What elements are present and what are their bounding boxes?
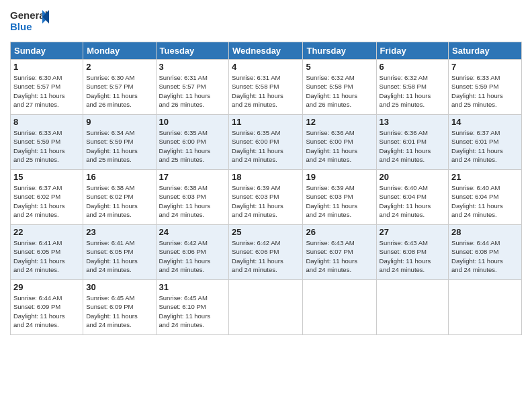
svg-text:General: General	[10, 9, 48, 21]
day-number: 21	[451, 172, 519, 182]
day-number: 17	[159, 172, 226, 182]
table-cell: 27Sunrise: 6:43 AMSunset: 6:08 PMDayligh…	[376, 225, 448, 280]
table-cell	[229, 280, 303, 335]
table-cell: 31Sunrise: 6:45 AMSunset: 6:10 PMDayligh…	[156, 280, 229, 335]
day-info: Sunrise: 6:37 AMSunset: 6:01 PMDaylight:…	[451, 128, 519, 164]
day-number: 19	[306, 172, 373, 182]
day-info: Sunrise: 6:43 AMSunset: 6:08 PMDaylight:…	[380, 238, 445, 274]
page-container: GeneralBlue Sunday Monday Tuesday Wednes…	[0, 0, 532, 338]
day-number: 31	[159, 282, 226, 292]
table-cell: 23Sunrise: 6:41 AMSunset: 6:05 PMDayligh…	[83, 225, 156, 280]
table-cell: 28Sunrise: 6:44 AMSunset: 6:08 PMDayligh…	[449, 225, 522, 280]
day-number: 24	[159, 227, 226, 237]
day-info: Sunrise: 6:38 AMSunset: 6:02 PMDaylight:…	[86, 183, 152, 219]
day-number: 25	[232, 227, 300, 237]
day-number: 29	[13, 282, 80, 292]
header-thursday: Thursday	[303, 42, 376, 60]
page-header: GeneralBlue	[10, 7, 522, 36]
day-number: 22	[13, 227, 80, 237]
day-number: 4	[232, 62, 300, 72]
table-cell: 11Sunrise: 6:35 AMSunset: 6:00 PMDayligh…	[229, 115, 303, 170]
table-cell: 30Sunrise: 6:45 AMSunset: 6:09 PMDayligh…	[83, 280, 156, 335]
table-cell: 1Sunrise: 6:30 AMSunset: 5:57 PMDaylight…	[11, 60, 83, 115]
day-info: Sunrise: 6:39 AMSunset: 6:03 PMDaylight:…	[306, 183, 373, 219]
table-cell: 2Sunrise: 6:30 AMSunset: 5:57 PMDaylight…	[83, 60, 156, 115]
day-info: Sunrise: 6:45 AMSunset: 6:09 PMDaylight:…	[86, 293, 152, 329]
table-cell: 24Sunrise: 6:42 AMSunset: 6:06 PMDayligh…	[156, 225, 229, 280]
table-cell	[449, 280, 522, 335]
day-info: Sunrise: 6:34 AMSunset: 5:59 PMDaylight:…	[86, 128, 152, 164]
table-cell: 7Sunrise: 6:33 AMSunset: 5:59 PMDaylight…	[449, 60, 522, 115]
day-info: Sunrise: 6:41 AMSunset: 6:05 PMDaylight:…	[86, 238, 152, 274]
day-info: Sunrise: 6:33 AMSunset: 5:59 PMDaylight:…	[451, 73, 519, 109]
header-monday: Monday	[83, 42, 156, 60]
table-cell: 14Sunrise: 6:37 AMSunset: 6:01 PMDayligh…	[449, 115, 522, 170]
day-number: 20	[380, 172, 445, 182]
day-info: Sunrise: 6:36 AMSunset: 6:00 PMDaylight:…	[306, 128, 373, 164]
table-cell: 16Sunrise: 6:38 AMSunset: 6:02 PMDayligh…	[83, 170, 156, 225]
header-saturday: Saturday	[449, 42, 522, 60]
day-info: Sunrise: 6:39 AMSunset: 6:03 PMDaylight:…	[232, 183, 300, 219]
header-wednesday: Wednesday	[229, 42, 303, 60]
table-cell: 12Sunrise: 6:36 AMSunset: 6:00 PMDayligh…	[303, 115, 376, 170]
calendar-table: Sunday Monday Tuesday Wednesday Thursday…	[10, 42, 522, 335]
table-cell: 9Sunrise: 6:34 AMSunset: 5:59 PMDaylight…	[83, 115, 156, 170]
table-cell: 18Sunrise: 6:39 AMSunset: 6:03 PMDayligh…	[229, 170, 303, 225]
day-number: 6	[380, 62, 445, 72]
day-info: Sunrise: 6:33 AMSunset: 5:59 PMDaylight:…	[13, 128, 80, 164]
day-number: 11	[232, 117, 300, 127]
day-number: 15	[13, 172, 80, 182]
table-cell: 8Sunrise: 6:33 AMSunset: 5:59 PMDaylight…	[11, 115, 83, 170]
table-cell	[303, 280, 376, 335]
logo: GeneralBlue	[10, 7, 50, 36]
table-cell: 10Sunrise: 6:35 AMSunset: 6:00 PMDayligh…	[156, 115, 229, 170]
day-number: 8	[13, 117, 80, 127]
day-number: 14	[451, 117, 519, 127]
table-cell	[376, 280, 448, 335]
calendar-row-2: 15Sunrise: 6:37 AMSunset: 6:02 PMDayligh…	[11, 170, 522, 225]
day-number: 26	[306, 227, 373, 237]
day-number: 23	[86, 227, 152, 237]
day-number: 13	[380, 117, 445, 127]
day-info: Sunrise: 6:37 AMSunset: 6:02 PMDaylight:…	[13, 183, 80, 219]
day-info: Sunrise: 6:41 AMSunset: 6:05 PMDaylight:…	[13, 238, 80, 274]
day-number: 16	[86, 172, 152, 182]
table-cell: 29Sunrise: 6:44 AMSunset: 6:09 PMDayligh…	[11, 280, 83, 335]
calendar-row-1: 8Sunrise: 6:33 AMSunset: 5:59 PMDaylight…	[11, 115, 522, 170]
table-cell: 13Sunrise: 6:36 AMSunset: 6:01 PMDayligh…	[376, 115, 448, 170]
header-tuesday: Tuesday	[156, 42, 229, 60]
table-cell: 20Sunrise: 6:40 AMSunset: 6:04 PMDayligh…	[376, 170, 448, 225]
day-info: Sunrise: 6:30 AMSunset: 5:57 PMDaylight:…	[86, 73, 152, 109]
table-cell: 4Sunrise: 6:31 AMSunset: 5:58 PMDaylight…	[229, 60, 303, 115]
calendar-header-row: Sunday Monday Tuesday Wednesday Thursday…	[11, 42, 522, 60]
day-info: Sunrise: 6:44 AMSunset: 6:08 PMDaylight:…	[451, 238, 519, 274]
calendar-row-0: 1Sunrise: 6:30 AMSunset: 5:57 PMDaylight…	[11, 60, 522, 115]
day-info: Sunrise: 6:31 AMSunset: 5:58 PMDaylight:…	[232, 73, 300, 109]
table-cell: 21Sunrise: 6:40 AMSunset: 6:04 PMDayligh…	[449, 170, 522, 225]
calendar-row-3: 22Sunrise: 6:41 AMSunset: 6:05 PMDayligh…	[11, 225, 522, 280]
svg-text:Blue: Blue	[10, 21, 32, 32]
day-info: Sunrise: 6:42 AMSunset: 6:06 PMDaylight:…	[232, 238, 300, 274]
day-number: 3	[159, 62, 226, 72]
table-cell: 3Sunrise: 6:31 AMSunset: 5:57 PMDaylight…	[156, 60, 229, 115]
day-number: 5	[306, 62, 373, 72]
day-info: Sunrise: 6:42 AMSunset: 6:06 PMDaylight:…	[159, 238, 226, 274]
table-cell: 22Sunrise: 6:41 AMSunset: 6:05 PMDayligh…	[11, 225, 83, 280]
day-number: 7	[451, 62, 519, 72]
day-number: 27	[380, 227, 445, 237]
logo-svg: GeneralBlue	[10, 7, 50, 36]
day-info: Sunrise: 6:35 AMSunset: 6:00 PMDaylight:…	[232, 128, 300, 164]
day-info: Sunrise: 6:32 AMSunset: 5:58 PMDaylight:…	[380, 73, 445, 109]
day-info: Sunrise: 6:45 AMSunset: 6:10 PMDaylight:…	[159, 293, 226, 329]
table-cell: 5Sunrise: 6:32 AMSunset: 5:58 PMDaylight…	[303, 60, 376, 115]
day-info: Sunrise: 6:31 AMSunset: 5:57 PMDaylight:…	[159, 73, 226, 109]
table-cell: 6Sunrise: 6:32 AMSunset: 5:58 PMDaylight…	[376, 60, 448, 115]
day-number: 28	[451, 227, 519, 237]
day-number: 18	[232, 172, 300, 182]
table-cell: 19Sunrise: 6:39 AMSunset: 6:03 PMDayligh…	[303, 170, 376, 225]
day-info: Sunrise: 6:36 AMSunset: 6:01 PMDaylight:…	[380, 128, 445, 164]
day-info: Sunrise: 6:38 AMSunset: 6:03 PMDaylight:…	[159, 183, 226, 219]
day-info: Sunrise: 6:44 AMSunset: 6:09 PMDaylight:…	[13, 293, 80, 329]
table-cell: 26Sunrise: 6:43 AMSunset: 6:07 PMDayligh…	[303, 225, 376, 280]
day-info: Sunrise: 6:32 AMSunset: 5:58 PMDaylight:…	[306, 73, 373, 109]
